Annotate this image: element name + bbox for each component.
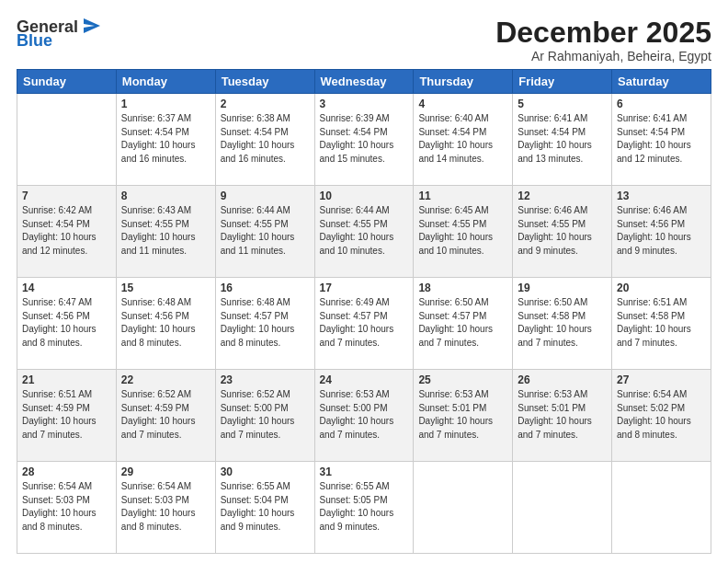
page: General Blue December 2025 Ar Rahmaniyah…: [0, 0, 728, 563]
header: General Blue December 2025 Ar Rahmaniyah…: [17, 17, 711, 63]
day-info: Sunrise: 6:40 AM Sunset: 4:54 PM Dayligh…: [418, 112, 507, 166]
day-info: Sunrise: 6:53 AM Sunset: 5:01 PM Dayligh…: [418, 388, 507, 442]
day-info: Sunrise: 6:41 AM Sunset: 4:54 PM Dayligh…: [617, 112, 706, 166]
day-number: 29: [121, 465, 210, 478]
logo-blue: Blue: [17, 31, 52, 51]
calendar-week-row: 1Sunrise: 6:37 AM Sunset: 4:54 PM Daylig…: [17, 94, 711, 186]
day-number: 9: [221, 190, 310, 202]
calendar-cell: 12Sunrise: 6:46 AM Sunset: 4:55 PM Dayli…: [513, 186, 612, 278]
logo: General Blue: [17, 17, 100, 51]
day-number: 12: [518, 190, 607, 202]
day-number: 14: [22, 282, 111, 294]
calendar-cell: 25Sunrise: 6:53 AM Sunset: 5:01 PM Dayli…: [414, 370, 513, 462]
calendar-cell: 21Sunrise: 6:51 AM Sunset: 4:59 PM Dayli…: [17, 370, 117, 462]
calendar-cell: 31Sunrise: 6:55 AM Sunset: 5:05 PM Dayli…: [314, 462, 414, 554]
day-info: Sunrise: 6:45 AM Sunset: 4:55 PM Dayligh…: [418, 204, 507, 258]
day-number: 27: [617, 373, 706, 386]
day-info: Sunrise: 6:39 AM Sunset: 4:54 PM Dayligh…: [320, 112, 409, 166]
day-info: Sunrise: 6:48 AM Sunset: 4:57 PM Dayligh…: [221, 296, 310, 350]
day-info: Sunrise: 6:37 AM Sunset: 4:54 PM Dayligh…: [121, 112, 210, 166]
day-number: 6: [617, 98, 706, 110]
day-number: 2: [221, 98, 310, 110]
day-header-friday: Friday: [513, 70, 612, 94]
calendar-cell: 6Sunrise: 6:41 AM Sunset: 4:54 PM Daylig…: [612, 94, 711, 186]
day-header-saturday: Saturday: [612, 70, 711, 94]
day-number: 28: [22, 465, 111, 478]
title-block: December 2025 Ar Rahmaniyah, Beheira, Eg…: [495, 17, 711, 63]
day-info: Sunrise: 6:41 AM Sunset: 4:54 PM Dayligh…: [518, 112, 607, 166]
calendar-cell: 9Sunrise: 6:44 AM Sunset: 4:55 PM Daylig…: [215, 186, 314, 278]
day-info: Sunrise: 6:55 AM Sunset: 5:04 PM Dayligh…: [221, 480, 310, 534]
calendar-week-row: 7Sunrise: 6:42 AM Sunset: 4:54 PM Daylig…: [17, 186, 711, 278]
day-header-tuesday: Tuesday: [215, 70, 314, 94]
calendar-cell: [612, 462, 711, 554]
calendar-cell: 1Sunrise: 6:37 AM Sunset: 4:54 PM Daylig…: [116, 94, 215, 186]
day-header-thursday: Thursday: [414, 70, 513, 94]
day-info: Sunrise: 6:54 AM Sunset: 5:03 PM Dayligh…: [121, 480, 210, 534]
day-number: 7: [22, 190, 111, 202]
day-number: 8: [121, 190, 210, 202]
day-number: 5: [518, 98, 607, 110]
calendar-cell: 5Sunrise: 6:41 AM Sunset: 4:54 PM Daylig…: [513, 94, 612, 186]
day-info: Sunrise: 6:42 AM Sunset: 4:54 PM Dayligh…: [22, 204, 111, 258]
calendar-cell: 29Sunrise: 6:54 AM Sunset: 5:03 PM Dayli…: [116, 462, 215, 554]
day-number: 31: [320, 465, 409, 478]
day-number: 4: [418, 98, 507, 110]
day-number: 26: [518, 373, 607, 386]
calendar-cell: 13Sunrise: 6:46 AM Sunset: 4:56 PM Dayli…: [612, 186, 711, 278]
calendar-cell: 24Sunrise: 6:53 AM Sunset: 5:00 PM Dayli…: [314, 370, 414, 462]
day-info: Sunrise: 6:46 AM Sunset: 4:56 PM Dayligh…: [617, 204, 706, 258]
calendar-cell: 8Sunrise: 6:43 AM Sunset: 4:55 PM Daylig…: [116, 186, 215, 278]
day-info: Sunrise: 6:54 AM Sunset: 5:03 PM Dayligh…: [22, 480, 111, 534]
day-number: 24: [320, 373, 409, 386]
day-number: 17: [320, 282, 409, 294]
calendar-cell: 23Sunrise: 6:52 AM Sunset: 5:00 PM Dayli…: [215, 370, 314, 462]
day-info: Sunrise: 6:52 AM Sunset: 5:00 PM Dayligh…: [221, 388, 310, 442]
day-info: Sunrise: 6:50 AM Sunset: 4:57 PM Dayligh…: [418, 296, 507, 350]
month-title: December 2025: [495, 17, 711, 49]
calendar-cell: 26Sunrise: 6:53 AM Sunset: 5:01 PM Dayli…: [513, 370, 612, 462]
day-number: 16: [221, 282, 310, 294]
day-number: 11: [418, 190, 507, 202]
calendar-cell: 20Sunrise: 6:51 AM Sunset: 4:58 PM Dayli…: [612, 278, 711, 370]
day-info: Sunrise: 6:51 AM Sunset: 4:58 PM Dayligh…: [617, 296, 706, 350]
day-info: Sunrise: 6:50 AM Sunset: 4:58 PM Dayligh…: [518, 296, 607, 350]
calendar-cell: [17, 94, 117, 186]
calendar-header-row: SundayMondayTuesdayWednesdayThursdayFrid…: [17, 70, 711, 94]
day-number: 1: [121, 98, 210, 110]
calendar-week-row: 14Sunrise: 6:47 AM Sunset: 4:56 PM Dayli…: [17, 278, 711, 370]
day-number: 21: [22, 373, 111, 386]
day-number: 22: [121, 373, 210, 386]
day-header-monday: Monday: [116, 70, 215, 94]
logo-icon: [80, 17, 100, 37]
day-number: 23: [221, 373, 310, 386]
calendar-cell: [414, 462, 513, 554]
calendar-cell: 18Sunrise: 6:50 AM Sunset: 4:57 PM Dayli…: [414, 278, 513, 370]
day-info: Sunrise: 6:51 AM Sunset: 4:59 PM Dayligh…: [22, 388, 111, 442]
svg-marker-0: [84, 18, 100, 33]
day-info: Sunrise: 6:48 AM Sunset: 4:56 PM Dayligh…: [121, 296, 210, 350]
day-number: 15: [121, 282, 210, 294]
calendar-table: SundayMondayTuesdayWednesdayThursdayFrid…: [17, 69, 711, 554]
day-info: Sunrise: 6:55 AM Sunset: 5:05 PM Dayligh…: [320, 480, 409, 534]
day-number: 30: [221, 465, 310, 478]
day-header-sunday: Sunday: [17, 70, 117, 94]
day-number: 13: [617, 190, 706, 202]
day-info: Sunrise: 6:53 AM Sunset: 5:00 PM Dayligh…: [320, 388, 409, 442]
calendar-cell: 4Sunrise: 6:40 AM Sunset: 4:54 PM Daylig…: [414, 94, 513, 186]
day-header-wednesday: Wednesday: [314, 70, 414, 94]
day-info: Sunrise: 6:54 AM Sunset: 5:02 PM Dayligh…: [617, 388, 706, 442]
calendar-cell: 19Sunrise: 6:50 AM Sunset: 4:58 PM Dayli…: [513, 278, 612, 370]
calendar-cell: 27Sunrise: 6:54 AM Sunset: 5:02 PM Dayli…: [612, 370, 711, 462]
calendar-cell: 28Sunrise: 6:54 AM Sunset: 5:03 PM Dayli…: [17, 462, 117, 554]
day-number: 10: [320, 190, 409, 202]
calendar-cell: 7Sunrise: 6:42 AM Sunset: 4:54 PM Daylig…: [17, 186, 117, 278]
day-number: 18: [418, 282, 507, 294]
day-info: Sunrise: 6:43 AM Sunset: 4:55 PM Dayligh…: [121, 204, 210, 258]
day-info: Sunrise: 6:47 AM Sunset: 4:56 PM Dayligh…: [22, 296, 111, 350]
calendar-cell: 10Sunrise: 6:44 AM Sunset: 4:55 PM Dayli…: [314, 186, 414, 278]
calendar-cell: 11Sunrise: 6:45 AM Sunset: 4:55 PM Dayli…: [414, 186, 513, 278]
day-number: 20: [617, 282, 706, 294]
location-title: Ar Rahmaniyah, Beheira, Egypt: [495, 49, 711, 63]
calendar-week-row: 21Sunrise: 6:51 AM Sunset: 4:59 PM Dayli…: [17, 370, 711, 462]
